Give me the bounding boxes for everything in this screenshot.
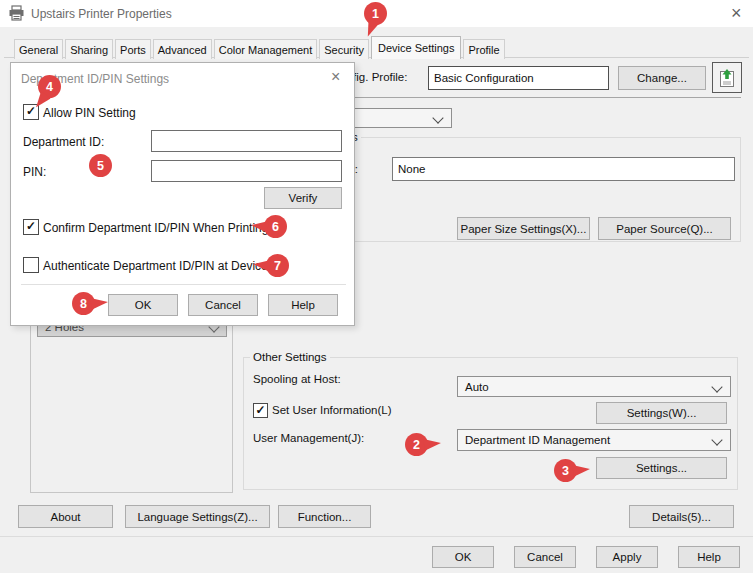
language-settings-button[interactable]: Language Settings(Z)...: [125, 505, 270, 528]
department-id-input[interactable]: [151, 130, 342, 152]
department-id-label: Department ID:: [23, 135, 104, 149]
tab-security[interactable]: Security: [319, 39, 369, 59]
callout-2: 2: [405, 433, 428, 456]
confirm-when-printing-checkbox[interactable]: ✓: [23, 219, 39, 235]
change-button[interactable]: Change...: [618, 66, 706, 90]
dialog-separator: [21, 284, 346, 285]
authenticate-at-device-label: Authenticate Department ID/PIN at Device: [43, 259, 268, 273]
authenticate-at-device-checkbox[interactable]: [23, 257, 39, 273]
chevron-down-icon: [432, 112, 443, 123]
window-close-icon[interactable]: ×: [731, 5, 742, 21]
set-user-information-checkbox[interactable]: ✓: [253, 403, 268, 418]
spooling-at-host-dropdown[interactable]: Auto: [457, 376, 731, 397]
chevron-down-icon: [711, 434, 722, 445]
config-profile-value[interactable]: Basic Configuration: [428, 66, 609, 90]
verify-button[interactable]: Verify: [264, 187, 342, 209]
output-options-field: None: [392, 157, 735, 181]
ok-button[interactable]: OK: [432, 546, 494, 568]
dialog-help-button[interactable]: Help: [268, 294, 338, 316]
about-button[interactable]: About: [18, 505, 113, 528]
pin-label: PIN:: [23, 165, 46, 179]
dialog-ok-button[interactable]: OK: [108, 294, 178, 316]
user-management-dropdown[interactable]: Department ID Management: [457, 429, 731, 451]
help-button[interactable]: Help: [678, 546, 740, 568]
tab-bar: General Sharing Ports Advanced Color Man…: [14, 36, 507, 59]
tab-general[interactable]: General: [14, 39, 63, 59]
dialog-close-icon[interactable]: ×: [331, 69, 340, 85]
confirm-when-printing-label: Confirm Department ID/PIN When Printing: [43, 221, 268, 235]
department-id-pin-dialog: Department ID/PIN Settings × ✓ Allow PIN…: [10, 62, 355, 326]
pin-input[interactable]: [151, 160, 342, 182]
callout-6: 6: [264, 215, 287, 238]
import-profile-button[interactable]: [712, 62, 742, 93]
tab-profile[interactable]: Profile: [463, 39, 504, 59]
paper-size-settings-button[interactable]: Paper Size Settings(X)...: [457, 217, 590, 240]
apply-button[interactable]: Apply: [596, 546, 658, 568]
tab-device-settings[interactable]: Device Settings: [371, 36, 461, 59]
printer-icon: [8, 5, 25, 22]
callout-7: 7: [266, 254, 289, 277]
callout-4: 4: [38, 75, 61, 98]
tab-color-management[interactable]: Color Management: [214, 39, 318, 59]
tab-ports[interactable]: Ports: [115, 39, 151, 59]
check-icon: ✓: [26, 219, 36, 233]
spooling-at-host-label: Spooling at Host:: [253, 373, 341, 385]
footer-separator: [0, 536, 753, 537]
window-title: Upstairs Printer Properties: [31, 7, 172, 21]
paper-source-button[interactable]: Paper Source(Q)...: [598, 217, 731, 240]
chevron-down-icon: [711, 381, 722, 392]
tab-advanced[interactable]: Advanced: [153, 39, 212, 59]
details-button[interactable]: Details(5)...: [629, 505, 734, 528]
function-button[interactable]: Function...: [278, 505, 371, 528]
import-profile-icon: [718, 68, 736, 88]
allow-pin-setting-label: Allow PIN Setting: [43, 106, 136, 120]
tab-sharing[interactable]: Sharing: [65, 39, 113, 59]
user-management-label: User Management(J):: [253, 432, 364, 444]
dialog-cancel-button[interactable]: Cancel: [188, 294, 258, 316]
cancel-button[interactable]: Cancel: [514, 546, 576, 568]
user-management-settings-button[interactable]: Settings...: [596, 457, 727, 479]
callout-3: 3: [554, 459, 577, 482]
settings-w-button[interactable]: Settings(W)...: [596, 402, 727, 424]
callout-1: 1: [364, 2, 387, 25]
callout-8: 8: [72, 292, 95, 315]
callout-5: 5: [89, 154, 112, 177]
set-user-information-label: Set User Information(L): [272, 404, 392, 416]
other-settings-group-label: Other Settings: [250, 351, 330, 363]
check-icon: ✓: [255, 403, 265, 417]
